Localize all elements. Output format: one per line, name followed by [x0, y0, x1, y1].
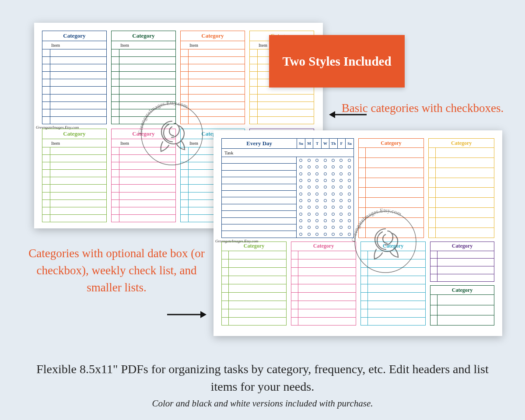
checkbox-cell	[250, 94, 258, 102]
checkbox-cell	[181, 64, 189, 71]
category-box: Category	[291, 242, 356, 326]
attribution-text: GreengateImages.Etsy.com	[215, 239, 258, 243]
category-box: Category	[221, 242, 287, 326]
checkbox-cell	[181, 102, 189, 109]
day-label: F	[337, 139, 345, 148]
checkbox-cell	[112, 87, 119, 94]
checkbox-cell	[112, 57, 119, 64]
category-header: Category	[429, 139, 494, 148]
checkbox-cell	[181, 57, 189, 64]
checkbox-cell	[250, 117, 258, 124]
checkbox-cell	[112, 117, 119, 124]
item-label: Item	[112, 139, 175, 147]
checkbox-cell	[112, 155, 119, 162]
item-label: Item	[112, 41, 175, 49]
weekly-header: Every Day	[222, 139, 297, 148]
checkbox-cell	[181, 192, 189, 200]
checkbox-cell	[250, 64, 258, 71]
category-box: Category	[430, 285, 494, 326]
svg-marker-7	[200, 311, 206, 318]
checkbox-cell	[250, 49, 258, 56]
checkbox-cell	[42, 94, 50, 102]
category-box: Category	[428, 138, 494, 238]
checkbox-cell	[42, 215, 50, 222]
category-header: Category	[42, 31, 106, 41]
checkbox-cell	[42, 177, 50, 184]
checkbox-cell	[181, 207, 189, 214]
checkbox-cell	[112, 192, 119, 200]
checkbox-cell	[250, 87, 258, 94]
checkbox-cell	[112, 200, 119, 207]
checkbox-cell	[42, 117, 50, 124]
item-label: Item	[42, 139, 106, 147]
checkbox-cell	[42, 79, 50, 86]
task-label: Task	[222, 149, 354, 157]
checkbox-cell	[181, 185, 189, 192]
checkbox-cell	[42, 109, 50, 116]
item-label: Item	[181, 41, 245, 49]
category-box: CategoryItem	[42, 31, 107, 124]
day-label: T	[313, 139, 321, 148]
category-header: Category	[359, 139, 424, 148]
checkbox-cell	[181, 177, 189, 184]
checkbox-cell	[42, 162, 50, 169]
weekly-checklist-box: Every DaySuMTWThFSaTask	[221, 138, 354, 238]
checkbox-cell	[42, 72, 50, 79]
checkbox-cell	[112, 162, 119, 169]
category-box: CategoryItem	[111, 31, 176, 124]
checkbox-cell	[181, 79, 189, 86]
svg-marker-5	[329, 111, 335, 118]
checkbox-cell	[181, 170, 189, 177]
category-header: Category	[112, 31, 175, 41]
category-header: Category	[181, 31, 245, 41]
category-header: Category	[112, 129, 175, 139]
checkbox-cell	[42, 200, 50, 207]
checkbox-cell	[250, 109, 258, 116]
two-styles-badge: Two Styles Included	[269, 35, 405, 88]
checkbox-cell	[42, 87, 50, 94]
checkbox-cell	[112, 72, 119, 79]
category-box: Category	[430, 242, 494, 282]
checkbox-cell	[181, 87, 189, 94]
category-header: Category	[291, 242, 356, 251]
checkbox-cell	[42, 64, 50, 71]
arrow-right-icon	[166, 308, 208, 323]
checkbox-cell	[181, 215, 189, 222]
item-label: Item	[42, 41, 106, 49]
checkbox-cell	[42, 102, 50, 109]
checkbox-cell	[42, 185, 50, 192]
checkbox-cell	[112, 170, 119, 177]
checkbox-cell	[42, 155, 50, 162]
category-box: Category	[358, 138, 424, 238]
badge-text: Two Styles Included	[282, 54, 391, 69]
main-caption: Flexible 8.5x11" PDFs for organizing tas…	[0, 360, 525, 396]
day-label: M	[305, 139, 313, 148]
checkbox-cell	[112, 49, 119, 56]
checkbox-cell	[112, 177, 119, 184]
checkbox-cell	[250, 72, 258, 79]
category-box: Category	[360, 242, 426, 326]
checkbox-cell	[42, 49, 50, 56]
checkbox-cell	[112, 109, 119, 116]
template-page-advanced: Every DaySuMTWThFSaTask CategoryCategory…	[214, 130, 502, 336]
checkbox-cell	[181, 94, 189, 102]
checkbox-cell	[42, 207, 50, 214]
checkbox-cell	[181, 109, 189, 116]
attribution-text: GreengateImages.Etsy.com	[36, 125, 79, 130]
checkbox-cell	[112, 94, 119, 102]
arrow-left-icon	[328, 108, 368, 123]
checkbox-cell	[181, 200, 189, 207]
checkbox-cell	[112, 185, 119, 192]
checkbox-cell	[181, 117, 189, 124]
category-header: Category	[42, 129, 106, 139]
checkbox-cell	[112, 147, 119, 154]
day-label: Sa	[345, 139, 353, 148]
checkbox-cell	[181, 155, 189, 162]
checkbox-cell	[112, 207, 119, 214]
category-header: Category	[361, 242, 425, 251]
checkbox-cell	[181, 147, 189, 154]
sub-caption: Color and black and white versions inclu…	[0, 398, 525, 409]
checkbox-cell	[112, 64, 119, 71]
checkbox-cell	[181, 72, 189, 79]
day-label: W	[321, 139, 329, 148]
